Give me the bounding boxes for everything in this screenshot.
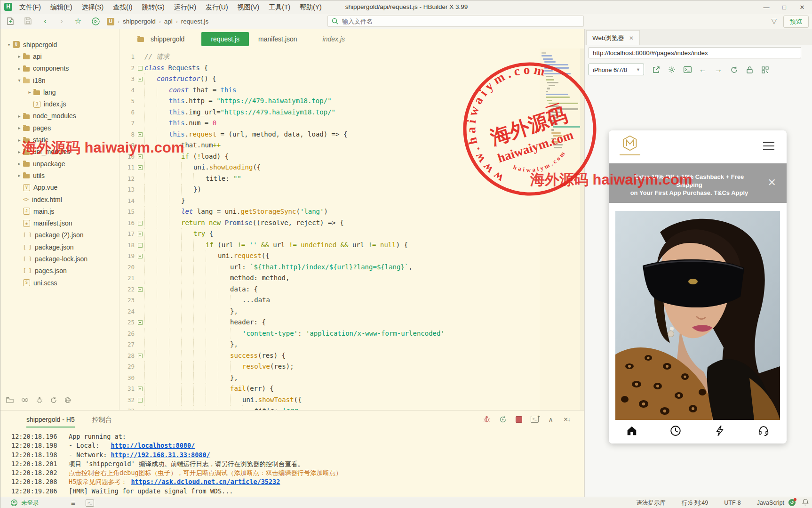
tree-chevron-right-icon[interactable]: ▸ (16, 54, 23, 59)
tree-item-pages-json[interactable]: [ ]pages.json (0, 265, 119, 277)
tree-chevron-right-icon[interactable]: ▸ (26, 89, 33, 95)
status-item[interactable]: UTF-8 (724, 500, 740, 506)
tree-chevron-right-icon[interactable]: ▸ (16, 161, 23, 166)
tree-chevron-right-icon[interactable]: ▸ (16, 66, 23, 71)
close-tab-icon[interactable]: ✕ (629, 35, 634, 41)
minimap[interactable] (540, 48, 580, 410)
line-number[interactable]: 20 (119, 262, 136, 273)
refresh-icon[interactable] (50, 397, 57, 403)
save-icon[interactable] (23, 16, 33, 26)
tree-chevron-right-icon[interactable]: ▸ (16, 137, 23, 143)
line-number[interactable]: 14 (119, 195, 136, 207)
tree-item-i18n[interactable]: ▾i18n (0, 74, 119, 86)
log-link[interactable]: http://192.168.31.33:8080/ (111, 451, 210, 459)
line-number[interactable]: 32 (119, 395, 136, 406)
line-number[interactable]: 25 (119, 317, 136, 328)
line-number[interactable]: 23 (119, 295, 136, 306)
clear-console-icon[interactable]: ✕↓ (563, 415, 571, 423)
menu-item[interactable]: 帮助(Y) (295, 0, 326, 14)
tree-item-app-vue[interactable]: VApp.vue (0, 182, 119, 194)
line-number[interactable]: 29 (119, 361, 136, 372)
preview-button[interactable]: 预览 (783, 16, 809, 28)
menu-item[interactable]: 跳转(G) (137, 0, 169, 14)
line-number[interactable]: 19 (119, 250, 136, 262)
fold-marker-icon[interactable] (136, 395, 144, 406)
filter-icon[interactable]: ▽ (771, 17, 777, 25)
url-input[interactable] (589, 47, 801, 58)
menu-item[interactable]: 发行(U) (201, 0, 232, 14)
line-number[interactable]: 10 (119, 151, 136, 162)
line-number[interactable]: 2 (119, 63, 136, 74)
tree-item-shippergold[interactable]: ▾Ushippergold (0, 39, 119, 50)
tree-item-lang[interactable]: ▸lang (0, 86, 119, 98)
line-number[interactable]: 7 (119, 118, 136, 129)
line-number[interactable]: 9 (119, 140, 136, 151)
notification-bell-icon[interactable] (802, 499, 809, 507)
refresh-icon[interactable] (729, 65, 739, 74)
tree-item-index-html[interactable]: <>index.html (0, 194, 119, 205)
minimize-button[interactable]: — (763, 4, 770, 11)
line-number[interactable]: 1 (119, 51, 136, 63)
tab-shippergold[interactable]: shippergold (131, 32, 191, 46)
device-select[interactable]: iPhone 6/7/8 ▼ (589, 64, 644, 75)
menu-item[interactable]: 工具(T) (264, 0, 295, 14)
banner-close-icon[interactable]: ✕ (768, 177, 776, 189)
line-number[interactable]: 11 (119, 162, 136, 173)
new-file-icon[interactable] (5, 16, 16, 26)
line-number[interactable]: 8 (119, 129, 136, 140)
line-number[interactable]: 18 (119, 240, 136, 251)
back-arrow-icon[interactable]: ← (698, 65, 708, 74)
console-tab-project[interactable]: shippergold - H5 (26, 412, 75, 427)
tree-item-uni-scss[interactable]: Suni.scss (0, 277, 119, 289)
tree-chevron-down-icon[interactable]: ▾ (16, 78, 23, 83)
search-input[interactable] (341, 17, 559, 25)
fold-marker-icon[interactable] (136, 383, 144, 395)
lock-icon[interactable] (745, 65, 754, 74)
menu-item[interactable]: 文件(F) (15, 0, 46, 14)
menu-hamburger-icon[interactable] (763, 142, 774, 150)
line-number[interactable]: 5 (119, 96, 136, 107)
clock-icon[interactable] (669, 425, 682, 439)
open-external-icon[interactable] (652, 65, 661, 74)
folder-icon[interactable] (6, 397, 14, 403)
line-number[interactable]: 12 (119, 173, 136, 185)
status-item[interactable]: 语法提示库 (636, 499, 666, 507)
tab-index-js[interactable]: index.js (316, 32, 351, 46)
line-number[interactable]: 28 (119, 350, 136, 362)
stop-icon[interactable] (515, 415, 523, 423)
file-search-box[interactable] (327, 16, 584, 27)
tree-item-index-js[interactable]: Jindex.js (0, 98, 119, 110)
breadcrumb-project[interactable]: shippergold (123, 18, 156, 25)
line-number[interactable]: 30 (119, 372, 136, 384)
close-button[interactable]: ✕ (798, 4, 806, 11)
update-icon[interactable]: ↺ (788, 499, 796, 506)
tree-item-pages[interactable]: ▸pages (0, 122, 119, 134)
tree-chevron-down-icon[interactable]: ▾ (5, 42, 13, 47)
breadcrumb-file[interactable]: request.js (181, 18, 209, 25)
tree-item-uni-modules[interactable]: ▸uni_modules (0, 146, 119, 158)
breadcrumb-folder[interactable]: api (164, 18, 173, 25)
line-number[interactable]: 6 (119, 107, 136, 118)
run-icon[interactable] (90, 16, 101, 26)
tree-item-package-lock-json[interactable]: [ ]package-lock.json (0, 253, 119, 265)
menu-item[interactable]: 视图(V) (233, 0, 264, 14)
line-number[interactable]: 21 (119, 273, 136, 284)
navigate-back-icon[interactable]: ‹ (40, 16, 50, 26)
status-item[interactable]: 行:6 列:49 (682, 499, 708, 507)
menu-item[interactable]: 查找(I) (108, 0, 137, 14)
code-area[interactable]: 1// 请求2class Requests {3constructor() {4… (119, 48, 540, 410)
terminal-icon[interactable]: >_ (86, 500, 94, 507)
tab-manifest-json[interactable]: manifest.json (252, 32, 303, 46)
line-number[interactable]: 24 (119, 306, 136, 317)
console-icon[interactable] (683, 65, 692, 74)
menu-item[interactable]: 编辑(E) (46, 0, 77, 14)
fold-marker-icon[interactable] (136, 63, 144, 74)
debug-bug-icon[interactable] (36, 397, 43, 403)
tree-item-components[interactable]: ▸components (0, 63, 119, 74)
line-number[interactable]: 13 (119, 184, 136, 195)
menu-item[interactable]: 运行(R) (169, 0, 201, 14)
tree-chevron-right-icon[interactable]: ▸ (16, 113, 23, 119)
line-number[interactable]: 33 (119, 405, 136, 410)
tree-item-unpackage[interactable]: ▸unpackage (0, 158, 119, 169)
log-link[interactable]: https://ask.dcloud.net.cn/article/35232 (131, 478, 280, 485)
